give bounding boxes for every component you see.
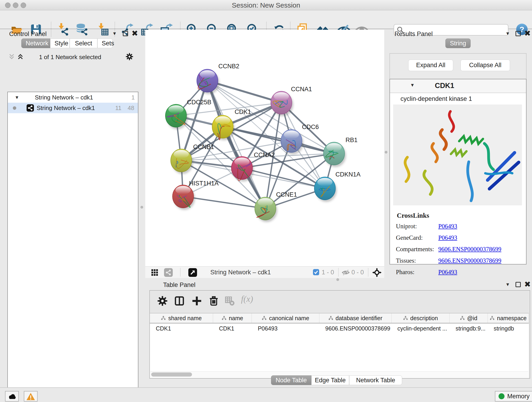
expand-all-button[interactable]: Expand All xyxy=(408,60,453,71)
column-header-label: description xyxy=(410,315,438,322)
table-panel-float-icon[interactable] xyxy=(515,282,521,287)
node-label: CCNB1 xyxy=(193,143,214,150)
cloud-icon xyxy=(7,392,17,401)
node-label: CDC6 xyxy=(302,123,319,130)
collapse-all-button[interactable]: Collapse All xyxy=(461,60,510,71)
tab-sets[interactable]: Sets xyxy=(97,38,113,48)
open-in-window-icon[interactable] xyxy=(188,268,197,277)
network-node-CCNE1[interactable] xyxy=(255,197,277,222)
column-header-name[interactable]: name xyxy=(213,313,252,323)
table-cell[interactable]: stringdb xyxy=(488,323,529,333)
node-label: CCNA1 xyxy=(291,86,312,93)
add-column-icon[interactable] xyxy=(191,296,202,306)
network-collection-row[interactable]: ▼ String Network – cdk1 1 xyxy=(8,92,138,103)
column-header-canonicalname[interactable]: canonical name xyxy=(252,313,319,323)
network-node-CCNA2[interactable] xyxy=(231,157,254,182)
table-panel-close-icon[interactable]: ✖ xyxy=(524,282,531,287)
table-cell[interactable]: cyclin-dependent ... xyxy=(391,323,450,333)
show-columns-icon[interactable] xyxy=(174,296,185,306)
gene-header[interactable]: ▼ CDK1 xyxy=(390,79,526,93)
network-list: ▼ String Network – cdk1 1 String Network… xyxy=(7,92,138,402)
column-type-icon xyxy=(490,316,495,321)
crosslink-link[interactable]: 9606.ENSP00000378699 xyxy=(438,257,501,264)
network-node-CDC25B[interactable] xyxy=(165,104,188,129)
table-settings-gear-icon[interactable] xyxy=(157,296,168,306)
vertical-splitter-handle[interactable] xyxy=(140,206,143,209)
control-panel-float-icon[interactable] xyxy=(123,31,128,36)
node-label: CCNB2 xyxy=(218,63,239,70)
table-cell[interactable]: 9606.ENSP00000378699 xyxy=(319,323,392,333)
network-edge-count: 48 xyxy=(128,103,134,113)
table-cell[interactable]: CDK1 xyxy=(150,323,213,333)
control-panel: Control Panel ▼ ✖ NetworkStyleSelectSets… xyxy=(3,30,138,387)
table-cell[interactable]: CDK1 xyxy=(213,323,252,333)
network-options-gear-icon[interactable] xyxy=(126,53,133,61)
control-panel-title: Control Panel xyxy=(9,31,47,38)
selected-checkbox-icon[interactable] xyxy=(313,269,319,275)
collection-expand-icon[interactable]: ▼ xyxy=(15,92,19,103)
tab-network-table[interactable]: Network Table xyxy=(349,375,402,385)
memory-button[interactable]: Memory xyxy=(495,391,532,402)
table-cell[interactable]: stringdb:9... xyxy=(450,323,488,333)
navigator-crosshair-icon[interactable] xyxy=(372,268,382,277)
table-cell[interactable]: P06493 xyxy=(252,323,319,333)
network-canvas[interactable]: CCNB2CCNA1CDC25BCDK1CDC6RB1CCNB1CCNA2CDK… xyxy=(145,30,384,266)
results-panel-close-icon[interactable]: ✖ xyxy=(524,31,531,36)
network-node-RB1[interactable] xyxy=(323,142,346,167)
table-panel-menu-icon[interactable]: ▼ xyxy=(505,282,510,287)
delete-column-trash-icon[interactable] xyxy=(209,296,219,306)
crosslink-link[interactable]: P06493 xyxy=(438,223,457,230)
crosslinks-list: Uniprot:P06493GeneCard:P06493Compartment… xyxy=(390,223,518,280)
column-header-description[interactable]: description xyxy=(392,313,450,323)
toolbar-separator xyxy=(368,268,368,277)
network-node-CCNB2[interactable] xyxy=(197,69,219,94)
cloud-button[interactable] xyxy=(5,391,19,402)
column-header-namespace[interactable]: namespace xyxy=(488,313,529,323)
crosslink-row: GeneCard:P06493 xyxy=(396,234,518,241)
gene-description: cyclin-dependent kinase 1 xyxy=(400,95,472,102)
network-node-CDK1[interactable] xyxy=(212,115,234,140)
selected-counts: 1 - 0 xyxy=(322,269,334,276)
tab-node-table[interactable]: Node Table xyxy=(271,375,311,385)
column-header-sharedname[interactable]: shared name xyxy=(150,313,213,323)
column-type-icon xyxy=(222,316,227,321)
results-panel-menu-icon[interactable]: ▼ xyxy=(505,31,510,36)
column-header-databaseidentifier[interactable]: database identifier xyxy=(319,313,392,323)
network-node-CDKN1A[interactable] xyxy=(314,177,337,202)
tab-network[interactable]: Network xyxy=(21,38,50,48)
table-tabs: Node TableEdge TableNetwork Table xyxy=(271,375,402,385)
results-panel-float-icon[interactable] xyxy=(515,31,521,36)
table-row[interactable]: CDK1CDK1P064939606.ENSP00000378699cyclin… xyxy=(150,323,529,333)
network-thumbnail-icon[interactable] xyxy=(164,268,173,277)
window-title: Session: New Session xyxy=(0,1,532,9)
column-type-icon xyxy=(403,316,408,321)
memory-label: Memory xyxy=(507,393,530,400)
column-header-id[interactable]: @id xyxy=(450,313,488,323)
warning-button[interactable] xyxy=(24,391,38,402)
crosslink-link[interactable]: P06493 xyxy=(438,269,457,275)
scrollbar-thumb[interactable] xyxy=(151,372,192,376)
crosslink-label: Pharos: xyxy=(396,269,438,276)
column-header-label: name xyxy=(229,315,243,322)
network-edge[interactable] xyxy=(223,127,334,153)
network-edge[interactable] xyxy=(183,196,265,209)
crosslink-row: Tissues:9606.ENSP00000378699 xyxy=(396,257,518,264)
tab-edge-table[interactable]: Edge Table xyxy=(311,375,349,385)
toolbar-separator xyxy=(338,268,339,277)
control-panel-close-icon[interactable]: ✖ xyxy=(132,31,138,36)
function-builder-icon: f(x) xyxy=(241,294,262,304)
network-row[interactable]: String Network – cdk1 11 48 xyxy=(8,103,138,113)
tab-select[interactable]: Select xyxy=(70,38,97,48)
main-toolbar: ? xyxy=(0,10,532,29)
crosslink-link[interactable]: 9606.ENSP00000378699 xyxy=(438,246,501,253)
network-node-CCNA1[interactable] xyxy=(271,91,293,116)
control-panel-menu-icon[interactable]: ▼ xyxy=(112,31,117,36)
tab-style[interactable]: Style xyxy=(50,38,70,48)
crosslink-link[interactable]: P06493 xyxy=(438,234,457,241)
network-node-CDC6[interactable] xyxy=(281,129,303,154)
crosslink-label: Compartments: xyxy=(396,246,438,253)
gene-collapse-icon[interactable]: ▼ xyxy=(410,83,415,88)
network-node-HIST1H1A[interactable] xyxy=(172,185,195,210)
tab-string[interactable]: String xyxy=(445,38,471,48)
grid-view-icon[interactable] xyxy=(151,269,158,276)
